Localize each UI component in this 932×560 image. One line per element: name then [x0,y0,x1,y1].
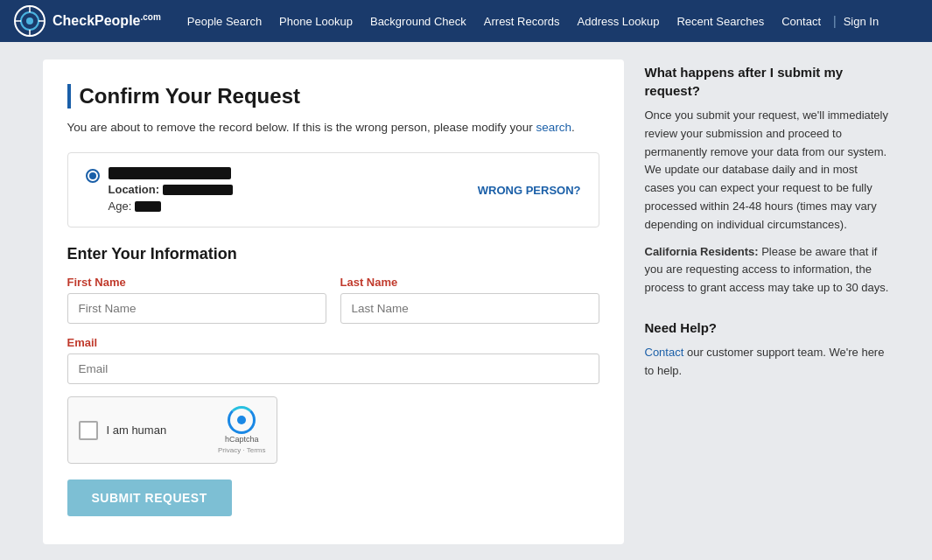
confirm-subtitle: You are about to remove the record below… [67,119,599,136]
captcha-brand: hCaptcha [225,435,259,445]
right-section-need-help: Need Help? Contact our customer support … [645,318,890,381]
location-redacted [163,185,233,195]
right-section-what-happens: What happens after I submit my request? … [645,63,890,298]
nav-background-check[interactable]: Background Check [361,15,475,28]
captcha-checkbox[interactable] [79,421,98,440]
captcha-widget[interactable]: I am human hCaptcha Privacy · Terms [67,396,277,464]
person-radio[interactable] [86,169,100,183]
person-location: Location: [109,183,234,196]
nav-links: People Search Phone Lookup Background Ch… [179,14,918,28]
svg-point-2 [26,18,33,24]
right-text-1: Once you submit your request, we'll imme… [645,107,890,234]
person-age: Age: [109,200,234,213]
nav-address-lookup[interactable]: Address Lookup [569,15,669,28]
person-details: Location: Age: [109,167,234,213]
nav-phone-lookup[interactable]: Phone Lookup [270,15,361,28]
page-title: Confirm Your Request [67,84,599,108]
last-name-label: Last Name [340,276,599,289]
captcha-logo: hCaptcha Privacy · Terms [218,406,266,454]
person-card: Location: Age: WRONG PERSON? [67,152,599,228]
contact-link[interactable]: Contact [645,346,684,359]
captcha-privacy: Privacy · Terms [218,446,266,454]
submit-request-button[interactable]: SUBMIT REQUEST [67,480,232,516]
person-name-redacted [109,167,231,179]
captcha-label: I am human [107,424,209,437]
nav-signin[interactable]: Sign In [844,15,879,28]
last-name-group: Last Name [340,276,599,324]
right-title-2: Need Help? [645,318,890,337]
name-fields-row: First Name Last Name [67,276,599,324]
nav-recent-searches[interactable]: Recent Searches [668,15,773,28]
nav-arrest-records[interactable]: Arrest Records [475,15,569,28]
right-california-text: California Residents: Please be aware th… [645,243,890,298]
email-input[interactable] [67,354,599,384]
email-group: Email [67,336,599,384]
right-panel: What happens after I submit my request? … [645,60,890,544]
nav-contact[interactable]: Contact [773,15,830,28]
site-logo[interactable]: CheckPeople.com [14,5,161,37]
first-name-input[interactable] [67,293,326,324]
navbar: CheckPeople.com People Search Phone Look… [0,0,932,42]
california-bold: California Residents: [645,245,759,258]
first-name-label: First Name [67,276,326,289]
logo-text: CheckPeople.com [53,12,161,29]
main-container: Confirm Your Request You are about to re… [29,60,904,544]
first-name-group: First Name [67,276,326,324]
right-help-text: Contact our customer support team. We're… [645,344,890,381]
person-info: Location: Age: [86,167,234,213]
hcaptcha-icon [228,406,256,434]
wrong-person-link[interactable]: WRONG PERSON? [478,184,581,197]
age-redacted [135,201,161,212]
left-panel: Confirm Your Request You are about to re… [43,60,624,544]
modify-search-link[interactable]: search [536,121,572,134]
nav-divider: | [833,14,837,28]
email-label: Email [67,336,599,349]
logo-icon [14,5,46,37]
right-title-1: What happens after I submit my request? [645,63,890,100]
nav-people-search[interactable]: People Search [179,15,270,28]
hcaptcha-icon-inner [237,416,246,424]
last-name-input[interactable] [340,293,599,324]
form-section-title: Enter Your Information [67,245,599,263]
